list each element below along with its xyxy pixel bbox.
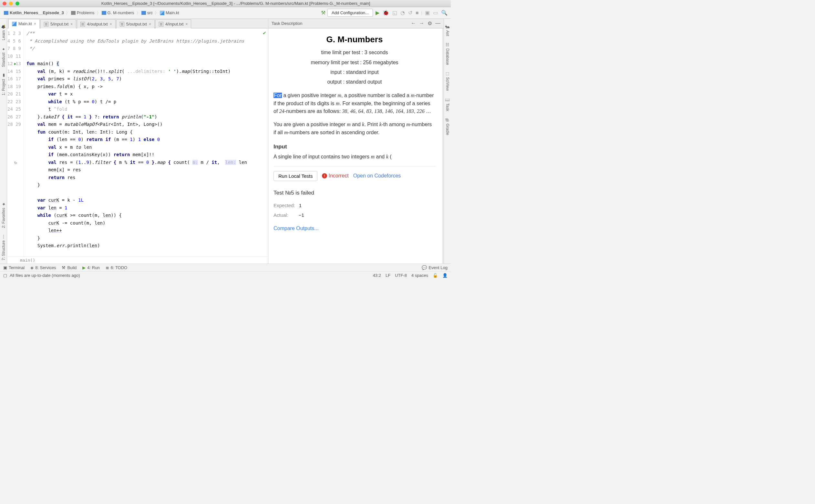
main-area: Learn🎓 Stardust✦ 1: Project▮ 2: Favorite… (0, 19, 451, 264)
stardust-icon: ✦ (2, 47, 5, 51)
toolwindow-gradle[interactable]: 🐘Gradle (444, 115, 451, 138)
code-editor[interactable]: ▶↻/** * Accomplished using the EduTools … (24, 28, 268, 257)
folder-icon (141, 11, 146, 15)
open-codeforces-link[interactable]: Open on Codeforces (353, 172, 401, 180)
terminal-icon: ▣ (3, 265, 7, 270)
sciview-icon: ⬚ (446, 71, 449, 76)
toolwindow-ant[interactable]: 🐜Ant (444, 21, 451, 39)
vcs-icon[interactable]: ▣ (424, 9, 431, 16)
toolwindow-database[interactable]: ☷Database (445, 39, 451, 68)
kotlin-file-icon (12, 22, 16, 26)
close-icon[interactable]: × (34, 22, 36, 26)
folder-icon (102, 11, 106, 15)
hide-icon[interactable]: — (435, 20, 441, 26)
toolwindow-event-log[interactable]: 💬Event Log (422, 265, 448, 270)
recursive-gutter-icon[interactable]: ↻ (14, 159, 17, 166)
run-icon[interactable]: ▶ (375, 9, 380, 16)
status-icon[interactable]: ▢ (3, 273, 7, 278)
coverage-icon[interactable]: ◱ (392, 9, 398, 16)
editor-body[interactable]: 1 2 3 4 5 6 7 8 9 10 11 12 13 14 15 16 1… (7, 28, 268, 257)
editor-tabs: Main.kt× 5/input.txt× 4/output.txt× 5/ou… (7, 19, 268, 28)
tab-4-input[interactable]: 4/input.txt× (155, 19, 191, 28)
indent-config[interactable]: 4 spaces (412, 273, 428, 278)
close-icon[interactable]: × (110, 22, 112, 26)
text-file-icon (120, 22, 124, 26)
status-widgets: 43:2 LF UTF-8 4 spaces 🔓 👤 (373, 273, 448, 278)
breadcrumb-project[interactable]: Kotlin_Heroes__Episode_3 (3, 10, 65, 16)
kotlin-file-icon (160, 11, 164, 15)
breadcrumb-problems[interactable]: Problems (70, 10, 96, 16)
error-icon: ! (322, 173, 327, 178)
actual-row: Actual:−1 (273, 211, 436, 219)
title-bar: Kotlin_Heroes__Episode_3 [~/Documents/Ko… (0, 0, 451, 7)
toolwindow-terminal[interactable]: ▣Terminal (3, 265, 25, 270)
bottom-toolwindow-bar: ▣Terminal ◈8: Services ⚒Build ▶4: Run ≣6… (0, 264, 451, 271)
breadcrumb-file[interactable]: Main.kt (158, 10, 180, 16)
toolwindow-run[interactable]: ▶4: Run (82, 265, 99, 270)
toolwindow-build[interactable]: ⚒Build (62, 265, 76, 270)
stop-icon[interactable]: ■ (415, 9, 420, 16)
ide-man-icon[interactable]: 👤 (443, 273, 448, 278)
toolwindow-sciview[interactable]: ⬚SciView (445, 68, 451, 94)
back-icon[interactable]: ← (411, 20, 416, 26)
toolwindow-services[interactable]: ◈8: Services (30, 265, 56, 270)
run-gutter-icon[interactable]: ▶ (14, 60, 16, 68)
text-file-icon (159, 22, 163, 26)
folder-icon (71, 11, 76, 15)
close-window-icon[interactable] (3, 2, 6, 5)
navigation-bar: Kotlin_Heroes__Episode_3 〉 Problems 〉 G.… (0, 7, 451, 19)
task-icon: 📖 (445, 97, 450, 102)
readonly-lock-icon[interactable]: 🔓 (433, 273, 438, 278)
problem-paragraph-2: You are given a positive integer m and k… (273, 121, 436, 137)
code-context-breadcrumb[interactable]: main() (7, 257, 268, 264)
toolwindow-task[interactable]: 📖Task (444, 94, 451, 115)
tab-main-kt[interactable]: Main.kt× (8, 19, 40, 28)
window-title: Kotlin_Heroes__Episode_3 [~/Documents/Ko… (23, 1, 448, 6)
run-local-tests-button[interactable]: Run Local Tests (273, 171, 317, 181)
navbar-actions: ⚒ Add Configuration... ▶ 🐞 ◱ ◔ ↺ ■ | ▣ ▭… (321, 9, 448, 17)
breadcrumb-src[interactable]: src (140, 10, 154, 16)
toolwindow-learn[interactable]: Learn🎓 (0, 21, 6, 44)
forward-icon[interactable]: → (419, 20, 424, 26)
task-panel-actions: ← → ⚙ — (411, 20, 441, 26)
todo-icon: ≣ (106, 265, 109, 270)
problem-limits: time limit per test : 3 seconds memory l… (273, 48, 436, 87)
file-encoding[interactable]: UTF-8 (395, 273, 407, 278)
line-separator[interactable]: LF (385, 273, 390, 278)
close-icon[interactable]: × (70, 22, 73, 26)
tab-5-input[interactable]: 5/input.txt× (40, 19, 76, 28)
chevron-right-icon: 〉 (66, 10, 69, 16)
tab-4-output[interactable]: 4/output.txt× (77, 19, 115, 28)
attach-icon[interactable]: ↺ (408, 9, 413, 16)
maximize-window-icon[interactable] (15, 2, 19, 5)
build-icon: ⚒ (62, 265, 66, 270)
minimize-window-icon[interactable] (9, 2, 13, 5)
breadcrumb-problem-label: G. M-numbers (107, 10, 134, 15)
close-icon[interactable]: × (185, 22, 188, 26)
toolwindow-structure[interactable]: 7: Structure⋮ (1, 231, 6, 264)
input-paragraph: A single line of input contains two inte… (273, 153, 436, 161)
ide-scripting-icon[interactable]: ▭ (433, 9, 439, 16)
toolwindow-favorites[interactable]: 2: Favorites★ (1, 199, 6, 231)
compare-outputs-link[interactable]: Compare Outputs... (273, 225, 436, 233)
status-bar: ▢ All files are up-to-date (moments ago)… (0, 271, 451, 279)
toolwindow-stardust[interactable]: Stardust✦ (1, 44, 6, 70)
toolwindow-project[interactable]: 1: Project▮ (1, 70, 6, 99)
breadcrumb-problem[interactable]: G. M-numbers (100, 10, 136, 16)
add-configuration-button[interactable]: Add Configuration... (327, 9, 373, 17)
profile-icon[interactable]: ◔ (400, 9, 405, 16)
close-icon[interactable]: × (149, 22, 151, 26)
task-description-content[interactable]: G. M-numbers time limit per test : 3 sec… (268, 28, 444, 264)
build-hammer-icon[interactable]: ⚒ (321, 10, 325, 16)
caret-position[interactable]: 43:2 (373, 273, 381, 278)
result-bar: Run Local Tests !Incorrect Open on Codef… (273, 166, 436, 184)
gradle-icon: 🐘 (445, 118, 450, 122)
toolwindow-todo[interactable]: ≣6: TODO (106, 265, 127, 270)
debug-icon[interactable]: 🐞 (382, 9, 390, 16)
tab-5-output[interactable]: 5/output.txt× (116, 19, 155, 28)
search-icon[interactable]: 🔍 (441, 9, 448, 16)
ant-icon: 🐜 (445, 25, 450, 29)
problem-title: G. M-numbers (273, 33, 436, 46)
database-icon: ☷ (446, 43, 449, 47)
gear-icon[interactable]: ⚙ (428, 20, 432, 26)
